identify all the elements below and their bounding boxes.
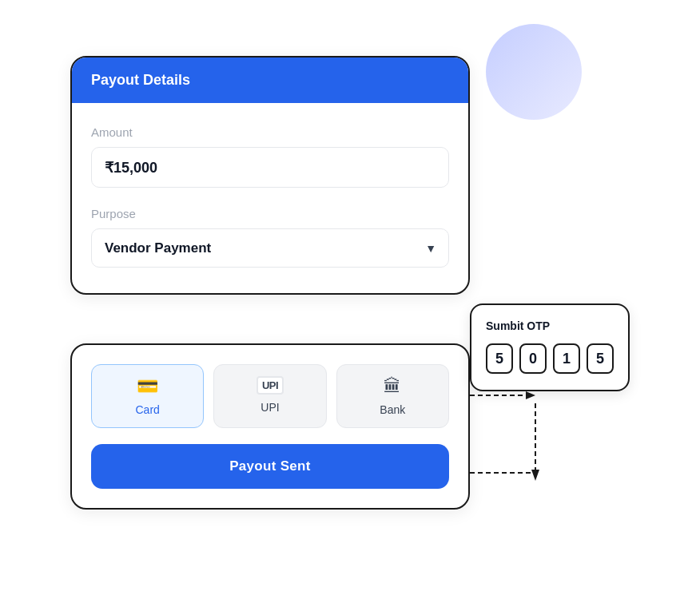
card-icon: 💳 <box>137 376 158 397</box>
bank-icon: 🏛 <box>384 376 401 397</box>
svg-marker-3 <box>531 470 539 481</box>
svg-marker-1 <box>526 391 535 399</box>
card-header: Payout Details <box>72 58 468 103</box>
payment-tabs: 💳 Card UPI UPI 🏛 Bank <box>91 364 449 428</box>
otp-title: Sumbit OTP <box>486 319 614 332</box>
otp-digit-3[interactable]: 1 <box>553 343 580 374</box>
payout-details-card: Payout Details Amount Purpose Vendor Pay… <box>70 56 470 295</box>
upi-logo-icon: UPI <box>257 376 284 395</box>
card-header-title: Payout Details <box>91 72 190 88</box>
tab-card[interactable]: 💳 Card <box>91 364 204 428</box>
tab-upi[interactable]: UPI UPI <box>213 364 326 428</box>
tab-bank[interactable]: 🏛 Bank <box>336 364 449 428</box>
card-body: Amount Purpose Vendor Payment Salary Ren… <box>72 103 468 293</box>
otp-digits: 5 0 1 5 <box>486 343 614 374</box>
payment-method-card: 💳 Card UPI UPI 🏛 Bank Payout Sent <box>70 343 470 510</box>
otp-digit-2[interactable]: 0 <box>519 343 547 374</box>
purpose-label: Purpose <box>91 207 449 220</box>
amount-input[interactable] <box>91 147 449 188</box>
amount-label: Amount <box>91 125 449 139</box>
tab-upi-label: UPI <box>261 401 279 414</box>
otp-digit-4[interactable]: 5 <box>587 343 614 374</box>
tab-card-label: Card <box>135 403 159 416</box>
payout-sent-button[interactable]: Payout Sent <box>91 444 449 489</box>
otp-card: Sumbit OTP 5 0 1 5 <box>470 303 630 391</box>
tab-bank-label: Bank <box>380 403 405 416</box>
otp-digit-1[interactable]: 5 <box>486 343 513 374</box>
scene: Payout Details Amount Purpose Vendor Pay… <box>70 24 630 567</box>
purpose-select-wrapper: Vendor Payment Salary Rent Other ▼ <box>91 228 449 268</box>
purpose-select[interactable]: Vendor Payment Salary Rent Other <box>91 228 449 268</box>
